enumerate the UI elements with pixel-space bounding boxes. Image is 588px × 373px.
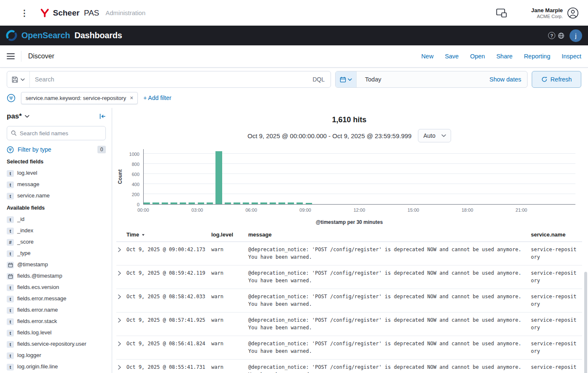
- x-tick-label: 09:00: [299, 208, 311, 213]
- field-item-fields.error.name[interactable]: tfields.error.name: [7, 305, 106, 316]
- field-item-fields.log.level[interactable]: tfields.log.level: [7, 327, 106, 339]
- fields-sidebar: pas* Filter by type 0 Selec: [0, 108, 112, 373]
- field-item-_index[interactable]: t_index: [7, 225, 106, 236]
- text-field-icon: t: [7, 228, 14, 234]
- field-item-@timestamp[interactable]: @timestamp: [7, 259, 106, 271]
- vertical-scrollbar[interactable]: [584, 272, 587, 373]
- field-item-_type[interactable]: t_type: [7, 248, 106, 259]
- column-header-service-name[interactable]: service.name: [531, 231, 582, 238]
- nav-action-share[interactable]: Share: [496, 53, 513, 60]
- query-language-button[interactable]: DQL: [307, 76, 331, 83]
- x-axis-ticks: 00:0003:0006:0009:0012:0015:0018:0021:00: [143, 205, 575, 214]
- query-input-container: DQL: [7, 71, 331, 88]
- histogram-bar[interactable]: [297, 202, 303, 204]
- refresh-button[interactable]: Refresh: [532, 71, 581, 88]
- histogram-bar[interactable]: [306, 203, 312, 204]
- histogram-bar[interactable]: [152, 202, 159, 204]
- field-search-box: [7, 126, 106, 140]
- text-field-icon: t: [7, 193, 14, 200]
- histogram-bar[interactable]: [198, 202, 204, 204]
- kebab-menu-icon[interactable]: ⋮: [20, 9, 29, 17]
- row-expand-toggle[interactable]: [116, 364, 126, 373]
- cell-message: @deprecation_notice: 'POST /config/regis…: [248, 340, 531, 355]
- saved-queries-button[interactable]: [7, 71, 30, 87]
- filter-by-type-button[interactable]: Filter by type 0: [7, 146, 106, 153]
- histogram-plot: [143, 149, 575, 205]
- histogram-bar[interactable]: [171, 202, 177, 204]
- collapse-sidebar-icon[interactable]: [99, 113, 106, 120]
- row-expand-toggle[interactable]: [116, 340, 126, 355]
- histogram-bar[interactable]: [243, 202, 249, 204]
- histogram-bar[interactable]: [189, 202, 195, 204]
- help-icon[interactable]: ?: [548, 32, 555, 39]
- histogram-bar[interactable]: [162, 202, 168, 204]
- app-switcher-icon[interactable]: [496, 8, 507, 18]
- nav-action-open[interactable]: Open: [470, 53, 485, 60]
- field-name: fields.error.message: [17, 295, 66, 302]
- x-tick-label: 12:00: [354, 208, 365, 213]
- filter-pill[interactable]: service.name.keyword: service-repository…: [21, 92, 138, 104]
- date-quick-select-button[interactable]: [336, 71, 357, 87]
- x-axis-caption: @timestamp per 30 minutes: [116, 219, 582, 225]
- nav-action-reporting[interactable]: Reporting: [524, 53, 550, 60]
- nav-action-inspect[interactable]: Inspect: [562, 53, 581, 60]
- field-name: fields.error.name: [17, 307, 58, 313]
- histogram-bar[interactable]: [260, 202, 267, 204]
- column-header-time[interactable]: Time: [126, 231, 211, 238]
- date-range-display[interactable]: Today: [357, 76, 483, 83]
- field-item-fields.service-repository.user[interactable]: tfields.service-repository.user: [7, 339, 106, 350]
- histogram-bar[interactable]: [234, 202, 240, 204]
- field-item-fields.error.message[interactable]: tfields.error.message: [7, 293, 106, 305]
- histogram-bar[interactable]: [207, 202, 213, 204]
- brand-title: Scheer PAS: [53, 8, 99, 18]
- field-item-_score[interactable]: #_score: [7, 236, 106, 248]
- histogram-bar[interactable]: [225, 202, 231, 204]
- nav-action-new[interactable]: New: [421, 53, 433, 60]
- column-header-message[interactable]: message: [248, 231, 531, 238]
- field-item-service.name[interactable]: tservice.name: [7, 190, 106, 202]
- field-item-_id[interactable]: t_id: [7, 214, 106, 225]
- osd-user-avatar[interactable]: j: [570, 29, 582, 42]
- histogram-bar[interactable]: [288, 202, 294, 204]
- search-input[interactable]: [30, 76, 307, 83]
- add-filter-button[interactable]: + Add filter: [143, 95, 171, 101]
- text-field-icon: t: [7, 216, 14, 223]
- field-item-fields.ecs.version[interactable]: tfields.ecs.version: [7, 282, 106, 293]
- field-item-fields.error.stack[interactable]: tfields.error.stack: [7, 316, 106, 327]
- app-top-bar: ⋮ Scheer PAS Administration Jane Marple …: [0, 0, 588, 26]
- table-row: Oct 9, 2025 @ 08:58:42.033warn@deprecati…: [116, 289, 582, 313]
- column-header-log-level[interactable]: log.level: [211, 231, 248, 238]
- cell-log-level: warn: [211, 364, 248, 373]
- interval-select[interactable]: Auto: [418, 129, 451, 142]
- show-dates-button[interactable]: Show dates: [483, 76, 527, 83]
- field-search-input[interactable]: [20, 130, 102, 137]
- row-expand-toggle[interactable]: [116, 246, 126, 261]
- row-expand-toggle[interactable]: [116, 293, 126, 308]
- histogram-chart: Count 02004006008001000 00:0003:0006:000…: [116, 149, 575, 214]
- field-item-log.origin.file.line[interactable]: tlog.origin.file.line: [7, 361, 106, 373]
- field-name: _type: [17, 250, 31, 257]
- field-item-log.logger[interactable]: tlog.logger: [7, 350, 106, 361]
- histogram-bar[interactable]: [215, 151, 222, 204]
- row-expand-toggle[interactable]: [116, 270, 126, 284]
- filter-list-icon[interactable]: [7, 94, 16, 102]
- user-org: ACME Corp.: [531, 14, 563, 19]
- index-pattern-selector[interactable]: pas*: [7, 112, 29, 121]
- remove-filter-icon[interactable]: ×: [130, 95, 133, 101]
- histogram-bar[interactable]: [278, 202, 285, 204]
- filter-type-icon: [7, 146, 14, 153]
- histogram-bar[interactable]: [270, 202, 276, 204]
- row-expand-toggle[interactable]: [116, 317, 126, 331]
- field-item-log.level[interactable]: tlog.level: [7, 168, 106, 179]
- nav-action-save[interactable]: Save: [445, 53, 459, 60]
- hamburger-menu-icon[interactable]: [7, 53, 15, 59]
- user-avatar-icon[interactable]: [567, 7, 579, 19]
- globe-icon[interactable]: [558, 32, 564, 39]
- field-item-message[interactable]: tmessage: [7, 179, 106, 190]
- cell-message: @deprecation_notice: 'POST /config/regis…: [248, 317, 531, 331]
- histogram-bar[interactable]: [180, 202, 186, 204]
- histogram-bar[interactable]: [252, 202, 258, 204]
- histogram-bar[interactable]: [144, 202, 150, 204]
- field-item-fields.@timestamp[interactable]: fields.@timestamp: [7, 271, 106, 282]
- available-fields-heading: Available fields: [7, 205, 106, 211]
